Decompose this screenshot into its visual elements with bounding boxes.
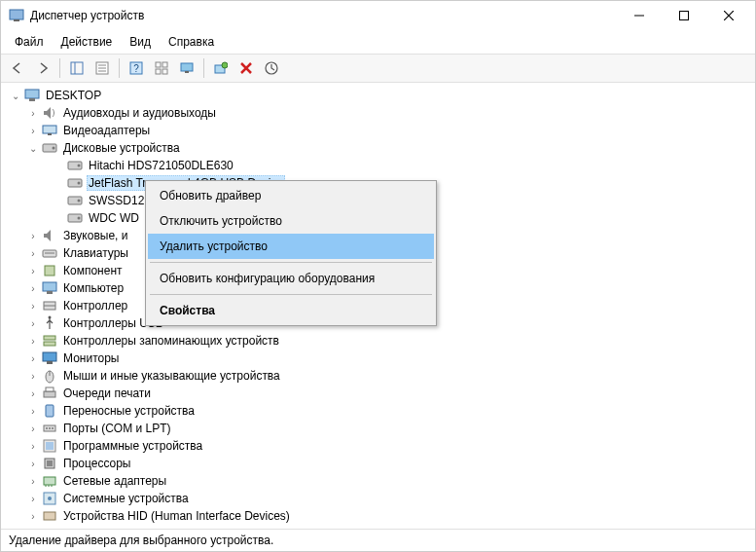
tree-category-software-devices[interactable]: › Программные устройства: [3, 437, 753, 455]
scan-hardware-button[interactable]: [210, 57, 232, 79]
monitor-icon: [42, 350, 57, 366]
tree-root-label: DESKTOP: [44, 88, 103, 103]
monitor-button[interactable]: [176, 57, 198, 79]
tree-category-processors[interactable]: › Процессоры: [3, 455, 753, 472]
svg-rect-55: [46, 405, 54, 417]
tree-category-disks[interactable]: ⌄ Дисковые устройства: [3, 139, 753, 157]
maximize-button[interactable]: [662, 1, 706, 30]
tree-category-portable[interactable]: › Переносные устройства: [3, 402, 753, 420]
expand-icon[interactable]: ›: [26, 106, 40, 120]
svg-rect-54: [46, 387, 54, 391]
storage-controller-icon: [42, 333, 57, 349]
tree-category-hid[interactable]: › Устройства HID (Human Interface Device…: [3, 507, 753, 525]
forward-button[interactable]: [32, 57, 54, 79]
svg-point-21: [222, 62, 228, 68]
grid-view-button[interactable]: [151, 57, 172, 79]
expand-icon[interactable]: ›: [26, 404, 40, 418]
close-button[interactable]: [706, 1, 751, 30]
svg-rect-47: [44, 336, 55, 340]
properties-button[interactable]: [91, 57, 113, 79]
svg-text:?: ?: [133, 63, 139, 74]
window-controls: [617, 1, 751, 30]
svg-rect-1: [14, 19, 19, 21]
collapse-icon[interactable]: ⌄: [9, 89, 22, 102]
tree-device-disk[interactable]: Hitachi HDS721050DLE630: [3, 157, 753, 174]
expand-icon[interactable]: ›: [26, 229, 40, 242]
expand-icon[interactable]: ›: [26, 334, 40, 348]
expand-icon[interactable]: ›: [26, 124, 40, 137]
tree-category-ports[interactable]: › Порты (COM и LPT): [3, 420, 753, 437]
expand-icon[interactable]: ›: [26, 299, 40, 313]
menu-action[interactable]: Действие: [54, 32, 121, 52]
statusbar: Удаление драйвера для выбранного устройс…: [1, 529, 755, 551]
context-menu-update-driver[interactable]: Обновить драйвер: [148, 183, 434, 208]
expand-icon[interactable]: ›: [26, 386, 40, 400]
menu-file[interactable]: Файл: [7, 32, 52, 52]
device-tree[interactable]: ⌄ DESKTOP › Аудиовходы и аудиовыходы › В…: [1, 83, 755, 529]
tree-category-network[interactable]: › Сетевые адаптеры: [3, 472, 753, 490]
expand-icon[interactable]: ›: [26, 264, 40, 277]
expand-icon[interactable]: ›: [26, 351, 40, 365]
disk-icon: [67, 210, 83, 226]
computer-icon: [42, 280, 57, 296]
disk-drive-icon: [42, 140, 57, 156]
expand-icon[interactable]: ›: [26, 246, 40, 260]
svg-rect-28: [48, 133, 52, 135]
context-menu-scan-hardware[interactable]: Обновить конфигурацию оборудования: [148, 266, 434, 291]
context-menu-disable-device[interactable]: Отключить устройство: [148, 208, 434, 234]
svg-rect-50: [47, 361, 53, 364]
app-icon: [9, 8, 24, 23]
disk-icon: [67, 175, 83, 191]
svg-point-57: [46, 427, 48, 429]
software-device-icon: [42, 438, 57, 454]
expand-icon[interactable]: ›: [26, 316, 40, 330]
expand-icon[interactable]: ›: [26, 281, 40, 295]
minimize-button[interactable]: [617, 1, 662, 30]
tree-category-audio-io[interactable]: › Аудиовходы и аудиовыходы: [3, 104, 753, 122]
context-menu-properties[interactable]: Свойства: [148, 298, 434, 323]
expand-icon[interactable]: ›: [26, 474, 40, 488]
update-driver-button[interactable]: [261, 57, 282, 79]
cpu-icon: [42, 456, 57, 471]
portable-device-icon: [42, 403, 57, 419]
svg-rect-26: [29, 98, 35, 101]
svg-point-58: [49, 427, 51, 429]
collapse-icon[interactable]: ⌄: [26, 141, 40, 155]
expand-icon[interactable]: ›: [26, 369, 40, 383]
tree-category-print-queues[interactable]: › Очереди печати: [3, 385, 753, 402]
menu-help[interactable]: Справка: [161, 32, 222, 52]
expand-icon[interactable]: ›: [26, 422, 40, 435]
system-device-icon: [42, 491, 57, 506]
uninstall-device-button[interactable]: [235, 57, 257, 79]
menu-view[interactable]: Вид: [122, 32, 159, 52]
expand-icon[interactable]: ›: [26, 509, 40, 523]
tree-category-system[interactable]: › Системные устройства: [3, 490, 753, 507]
tree-root[interactable]: ⌄ DESKTOP: [3, 87, 753, 104]
svg-rect-3: [680, 12, 689, 20]
back-button[interactable]: [7, 57, 28, 79]
help-button[interactable]: ?: [126, 57, 147, 79]
network-adapter-icon: [42, 473, 57, 489]
svg-rect-41: [45, 266, 54, 276]
tree-category-monitors[interactable]: › Мониторы: [3, 350, 753, 367]
tree-category-storage-controllers[interactable]: › Контроллеры запоминающих устройств: [3, 332, 753, 350]
svg-rect-49: [43, 352, 56, 361]
svg-rect-27: [43, 126, 56, 133]
port-icon: [42, 421, 57, 436]
context-menu-separator: [150, 262, 432, 263]
context-menu-uninstall-device[interactable]: Удалить устройство: [148, 234, 434, 259]
show-hide-tree-button[interactable]: [66, 57, 88, 79]
expand-icon[interactable]: ›: [26, 457, 40, 470]
expand-icon[interactable]: ›: [26, 439, 40, 453]
menubar: Файл Действие Вид Справка: [1, 30, 755, 55]
toolbar-separator: [119, 58, 120, 78]
svg-rect-25: [25, 90, 39, 98]
tree-category-video[interactable]: › Видеоадаптеры: [3, 122, 753, 139]
tree-category-mice[interactable]: › Мыши и иные указывающие устройства: [3, 367, 753, 385]
svg-rect-53: [44, 391, 55, 397]
controller-icon: [42, 298, 57, 313]
toolbar: ?: [1, 55, 755, 83]
titlebar: Диспетчер устройств: [1, 1, 755, 30]
hid-icon: [42, 508, 57, 524]
expand-icon[interactable]: ›: [26, 492, 40, 505]
